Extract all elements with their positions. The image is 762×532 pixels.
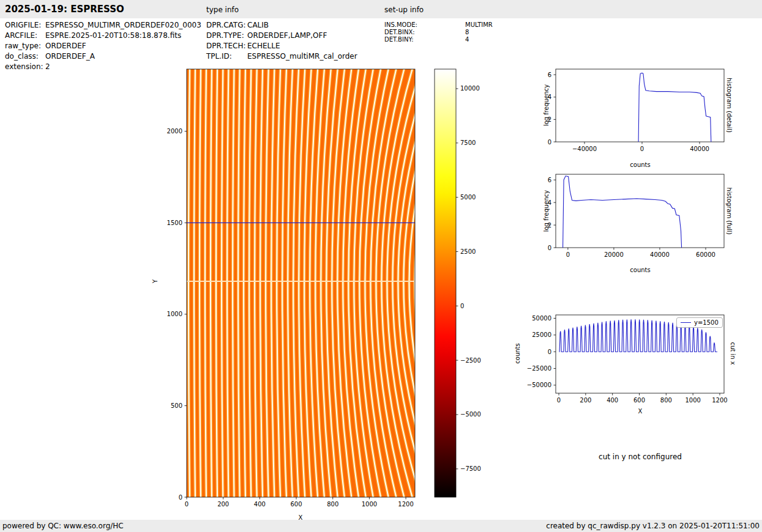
tick-label: 0	[640, 146, 644, 152]
colorbar	[435, 69, 456, 497]
tick-label: 800	[327, 501, 338, 508]
tick-label: −50000	[527, 382, 551, 388]
footer-left-text: powered by QC: www.eso.org/HC	[2, 522, 124, 530]
legend-line-sample	[681, 322, 691, 323]
meta-value: 2	[45, 62, 50, 71]
meta-value: ESPRE.2025-01-20T10:58:18.878.fits	[45, 31, 181, 40]
tick-label: 0	[548, 349, 551, 355]
meta-value: ECHELLE	[247, 42, 280, 50]
tick-label: 7500	[460, 139, 476, 146]
meta-label: ORIGFILE:	[5, 20, 45, 31]
meta-label: ARCFILE:	[5, 31, 45, 41]
meta-label: DPR.TECH:	[206, 41, 247, 51]
tick-label: 400	[607, 397, 618, 404]
tick-label: 0	[548, 245, 551, 251]
tick-label: 6	[548, 72, 551, 78]
meta-row: ARCFILE:ESPRE.2025-01-20T10:58:18.878.fi…	[5, 31, 201, 41]
meta-label: DPR.TYPE:	[206, 31, 247, 41]
tick-label: 1200	[398, 501, 413, 508]
meta-row: DET.BINX:8	[384, 29, 493, 36]
meta-row: DET.BINY:4	[384, 36, 493, 43]
meta-row: raw_type:ORDERDEF	[5, 41, 201, 51]
meta-label: raw_type:	[5, 41, 45, 51]
hist-full-side-label: histogram (full)	[726, 187, 733, 234]
type-info-block: DPR.CATG:CALIB DPR.TYPE:ORDERDEF,LAMP,OF…	[206, 20, 357, 62]
setup-info-block: INS.MODE:MULTIMR DET.BINX:8 DET.BINY:4	[384, 21, 493, 43]
hist-full-frame	[556, 174, 724, 248]
hist-detail-xlabel: counts	[630, 161, 650, 168]
meta-row: ORIGFILE:ESPRESSO_MULTIMR_ORDERDEF020_00…	[5, 20, 201, 31]
tick-label: 200	[217, 501, 229, 508]
meta-value: MULTIMR	[465, 21, 493, 28]
footer-right-text: created by qc_rawdisp.py v1.2.3 on 2025-…	[546, 522, 760, 530]
meta-label: INS.MODE:	[384, 21, 465, 29]
tick-label: 10000	[460, 85, 480, 92]
tick-label: 40000	[650, 251, 670, 258]
tick-label: −25000	[527, 365, 551, 372]
tick-label: 600	[633, 397, 645, 404]
legend-cut-in-x: y=1500	[676, 317, 723, 328]
type-info-label: type info	[206, 6, 239, 14]
tick-label: 25000	[532, 331, 551, 338]
tick-label: 0	[566, 251, 570, 258]
tick-label: 0	[460, 303, 464, 309]
tick-label: 60000	[696, 251, 715, 258]
cut-x-side-label: cut in x	[730, 342, 736, 364]
meta-value: ORDERDEF,LAMP,OFF	[247, 31, 327, 40]
tick-label: 1000	[685, 397, 700, 404]
tick-label: 1500	[167, 220, 182, 226]
hist-detail-side-label: histogram (detail)	[726, 78, 733, 133]
meta-value: ESPRESSO_multiMR_cal_order	[247, 52, 357, 61]
meta-row: DPR.TYPE:ORDERDEF,LAMP,OFF	[206, 31, 357, 41]
meta-label: DET.BINX:	[384, 29, 465, 36]
tick-label: 1200	[712, 397, 727, 404]
hist-full-ylabel: log frequency	[543, 190, 550, 232]
file-info-block: ORIGFILE:ESPRESSO_MULTIMR_ORDERDEF020_00…	[5, 20, 201, 72]
tick-label: 600	[290, 501, 302, 508]
tick-label: 5000	[460, 194, 476, 201]
meta-label: do_class:	[5, 51, 45, 62]
meta-row: DPR.TECH:ECHELLE	[206, 41, 357, 51]
meta-label: TPL.ID:	[206, 51, 247, 62]
tick-label: −5000	[460, 411, 481, 418]
tick-label: 1000	[362, 501, 377, 508]
meta-row: extension:2	[5, 62, 201, 72]
raw-image-ylabel: Y	[152, 279, 159, 283]
tick-label: 2500	[460, 248, 476, 255]
tick-label: 800	[660, 397, 672, 404]
tick-label: 0	[185, 501, 189, 508]
tick-label: 0	[179, 494, 182, 501]
tick-label: 400	[254, 501, 266, 508]
tick-label: −40000	[572, 146, 597, 152]
meta-label: DET.BINY:	[384, 36, 465, 43]
meta-row: do_class:ORDERDEF_A	[5, 51, 201, 62]
meta-value: 4	[465, 36, 469, 43]
tick-label: 1000	[167, 311, 182, 317]
meta-value: ESPRESSO_MULTIMR_ORDERDEF020_0003	[45, 21, 201, 29]
tick-label: 6	[548, 177, 551, 183]
meta-label: DPR.CATG:	[206, 20, 247, 31]
cut-y-note: cut in y not configured	[599, 453, 682, 461]
hist-detail-ylabel: log frequency	[543, 84, 550, 127]
meta-row: TPL.ID:ESPRESSO_multiMR_cal_order	[206, 51, 357, 62]
page-title: 2025-01-19: ESPRESSO	[5, 4, 124, 15]
tick-label: 20000	[604, 251, 624, 258]
tick-label: 200	[580, 397, 591, 404]
meta-row: DPR.CATG:CALIB	[206, 20, 357, 31]
tick-label: −2500	[460, 357, 481, 364]
meta-value: 8	[465, 29, 469, 35]
meta-value: CALIB	[247, 21, 269, 29]
cut-x-ylabel: counts	[514, 343, 521, 363]
meta-value: ORDERDEF	[45, 42, 86, 50]
tick-label: −7500	[460, 465, 481, 472]
raw-image-plot	[187, 69, 465, 497]
hist-full-xlabel: counts	[630, 267, 650, 273]
setup-info-label: set-up info	[384, 6, 424, 14]
tick-label: 500	[171, 402, 182, 409]
tick-label: 2000	[167, 128, 182, 135]
meta-row: INS.MODE:MULTIMR	[384, 21, 493, 29]
meta-label: extension:	[5, 62, 45, 72]
tick-label: 40000	[690, 146, 709, 152]
legend-label: y=1500	[694, 319, 719, 326]
meta-value: ORDERDEF_A	[45, 52, 95, 61]
